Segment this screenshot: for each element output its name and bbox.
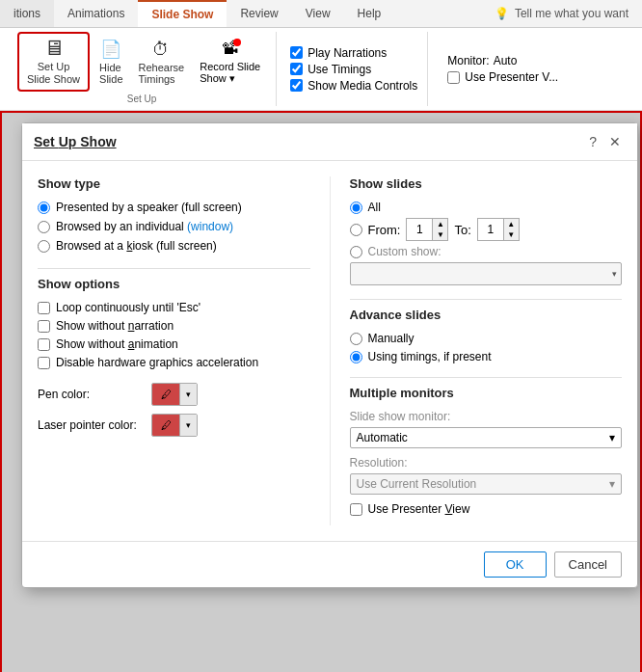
tab-review[interactable]: Review — [227, 0, 291, 27]
laser-color-button[interactable]: 🖊 ▾ — [151, 414, 198, 437]
tab-help[interactable]: Help — [344, 0, 395, 27]
cancel-button[interactable]: Cancel — [554, 551, 622, 578]
setup-group-items: 🖥 Set UpSlide Show 📄 HideSlide ⏱ Rehears… — [17, 32, 266, 92]
multiple-monitors-title: Multiple monitors — [350, 386, 623, 400]
show-slides-section: Show slides All From: ▲ ▼ — [350, 176, 623, 285]
individual-paren: (window) — [187, 220, 233, 233]
use-timings-checkbox[interactable] — [290, 63, 303, 75]
no-animation-option: Show without animation — [38, 337, 310, 351]
tab-view[interactable]: View — [292, 0, 344, 27]
show-options-section: Show options Loop continuously until 'Es… — [38, 277, 310, 369]
ribbon: itions Animations Slide Show Review View… — [0, 0, 642, 111]
play-narrations-label: Play Narrations — [308, 46, 387, 60]
to-value-input[interactable] — [478, 221, 503, 238]
play-narrations-checkbox[interactable] — [290, 46, 303, 59]
timings-label: Using timings, if present — [368, 350, 492, 363]
custom-show-row: Custom show: — [350, 245, 623, 258]
presenter-view-checkbox[interactable] — [447, 71, 460, 84]
to-label: To: — [454, 223, 470, 237]
laser-color-dropdown-arrow[interactable]: ▾ — [179, 415, 197, 436]
record-slideshow-button[interactable]: 📽 Record SlideShow ▾ — [194, 36, 266, 88]
no-hw-label: Disable hardware graphics acceleration — [56, 356, 258, 369]
radio-from-row: From: ▲ ▼ To: ▲ — [350, 218, 623, 241]
tab-animations[interactable]: Animations — [54, 0, 138, 27]
setup-slideshow-button[interactable]: 🖥 Set UpSlide Show — [17, 32, 90, 92]
radio-custom-input[interactable] — [350, 246, 362, 258]
radio-timings-input[interactable] — [350, 351, 362, 363]
radio-kiosk-input[interactable] — [38, 240, 50, 253]
record-dot — [233, 39, 241, 46]
no-animation-checkbox[interactable] — [38, 338, 50, 351]
show-media-controls-checkbox[interactable] — [290, 79, 303, 92]
monitor-dropdown-arrow: ▾ — [609, 431, 615, 444]
show-media-controls-item: Show Media Controls — [290, 79, 417, 93]
slide-show-monitor-label: Slide show monitor: — [350, 410, 623, 423]
tell-me-bar[interactable]: 💡 Tell me what you want — [481, 0, 642, 27]
pen-color-dropdown-arrow[interactable]: ▾ — [179, 384, 197, 405]
tab-transitions[interactable]: itions — [0, 0, 54, 27]
from-spin-buttons: ▲ ▼ — [432, 219, 447, 240]
loop-checkbox[interactable] — [38, 302, 50, 314]
monitor-dropdown[interactable]: Automatic ▾ — [350, 427, 623, 448]
dialog-body: Show type Presented by a speaker (full s… — [22, 161, 637, 541]
use-timings-item: Use Timings — [290, 63, 417, 76]
radio-from-input[interactable] — [350, 224, 362, 236]
pen-color-button[interactable]: 🖊 ▾ — [151, 383, 198, 406]
record-slideshow-icon: 📽 — [222, 39, 239, 59]
laser-color-label: Laser pointer color: — [38, 418, 144, 432]
from-spin: ▲ ▼ — [406, 218, 448, 241]
from-spin-down[interactable]: ▼ — [432, 229, 447, 240]
no-narration-checkbox[interactable] — [38, 320, 50, 333]
help-icon[interactable]: ? — [589, 134, 597, 149]
presenter-view-dialog-label: Use Presenter View — [368, 502, 470, 516]
presenter-view-label: Use Presenter V... — [465, 70, 558, 84]
show-type-radio-group: Presented by a speaker (full screen) Bro… — [38, 201, 310, 253]
hide-slide-button[interactable]: 📄 HideSlide — [94, 36, 128, 88]
presenter-view-item: Use Presenter V... — [447, 70, 558, 84]
pen-color-row: Pen color: 🖊 ▾ — [38, 383, 310, 406]
tab-slideshow[interactable]: Slide Show — [138, 0, 227, 27]
show-options-title: Show options — [38, 277, 310, 291]
tell-me-text: Tell me what you want — [515, 7, 629, 20]
close-button[interactable]: ✕ — [604, 131, 626, 152]
radio-speaker-label: Presented by a speaker (full screen) — [56, 201, 242, 214]
radio-manually: Manually — [350, 332, 623, 345]
to-spin-down[interactable]: ▼ — [503, 229, 519, 240]
record-slideshow-label: Record SlideShow ▾ — [200, 61, 260, 85]
dialog-right-panel: Show slides All From: ▲ ▼ — [331, 176, 623, 525]
radio-all-input[interactable] — [350, 202, 362, 214]
resolution-value: Use Current Resolution — [357, 477, 477, 491]
to-spin-up[interactable]: ▲ — [503, 219, 519, 229]
no-narration-label: Show without narration — [56, 319, 174, 333]
hide-slide-label: HideSlide — [99, 62, 122, 85]
custom-show-label: Custom show: — [368, 245, 441, 258]
resolution-arrow: ▾ — [609, 477, 615, 491]
show-options-checkboxes: Play Narrations Use Timings Show Media C… — [290, 42, 417, 96]
ribbon-body: 🖥 Set UpSlide Show 📄 HideSlide ⏱ Rehears… — [0, 28, 642, 110]
dialog-title: Set Up Show — [34, 134, 117, 149]
advance-slides-title: Advance slides — [350, 308, 623, 322]
radio-using-timings: Using timings, if present — [350, 350, 623, 363]
dialog-title-suffix: p Show — [68, 134, 117, 149]
radio-individual-input[interactable] — [38, 221, 50, 233]
setup-group-label: Set Up — [127, 94, 157, 106]
from-spin-up[interactable]: ▲ — [432, 219, 447, 229]
radio-speaker: Presented by a speaker (full screen) — [38, 201, 310, 214]
monitor-options: Monitor: Auto Use Presenter V... — [441, 50, 564, 88]
rehearse-timings-button[interactable]: ⏱ RehearseTimings — [133, 37, 191, 88]
radio-manually-input[interactable] — [350, 333, 362, 345]
rehearse-timings-icon: ⏱ — [152, 40, 170, 60]
dialog-footer: OK Cancel — [22, 541, 637, 587]
setup-slideshow-icon: 🖥 — [43, 38, 65, 59]
play-narrations-item: Play Narrations — [290, 46, 417, 60]
from-value-input[interactable] — [407, 221, 432, 238]
radio-speaker-input[interactable] — [38, 202, 50, 214]
to-spin-buttons: ▲ ▼ — [503, 219, 519, 240]
no-hw-checkbox[interactable] — [38, 357, 50, 369]
manually-label: Manually — [368, 332, 415, 345]
multiple-monitors-section: Multiple monitors Slide show monitor: Au… — [350, 386, 623, 516]
custom-show-dropdown[interactable]: ▾ — [350, 262, 623, 285]
ok-button[interactable]: OK — [484, 551, 547, 578]
resolution-dropdown[interactable]: Use Current Resolution ▾ — [350, 473, 623, 495]
presenter-view-dialog-checkbox[interactable] — [350, 503, 362, 516]
